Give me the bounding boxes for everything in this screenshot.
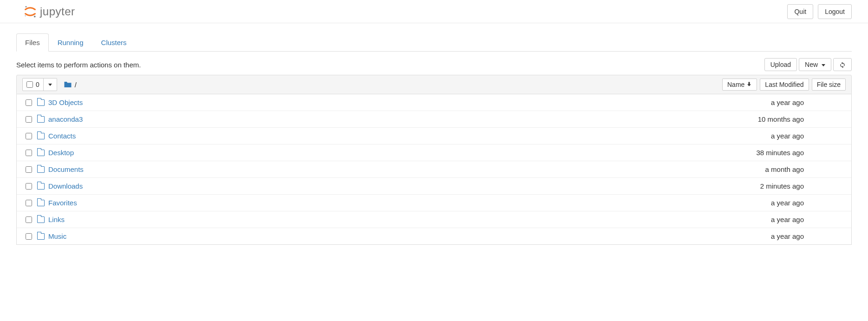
select-dropdown[interactable] xyxy=(43,79,57,91)
file-link[interactable]: Contacts xyxy=(48,132,76,140)
file-modified: a year ago xyxy=(725,232,804,240)
file-link[interactable]: Documents xyxy=(48,165,84,173)
file-link[interactable]: Favorites xyxy=(48,199,77,207)
tabs: Files Running Clusters xyxy=(16,33,852,52)
folder-icon xyxy=(37,166,48,173)
file-link[interactable]: Downloads xyxy=(48,182,83,190)
folder-icon xyxy=(64,81,72,88)
caret-down-icon xyxy=(48,84,52,86)
file-row: Linksa year ago xyxy=(17,211,851,228)
tab-files[interactable]: Files xyxy=(16,33,49,52)
tab-running[interactable]: Running xyxy=(49,33,92,52)
logout-button[interactable]: Logout xyxy=(818,4,852,19)
name-col-label: Name xyxy=(727,81,744,88)
file-list: 3D Objectsa year agoanaconda310 months a… xyxy=(16,94,852,245)
sort-size-button[interactable]: File size xyxy=(812,79,846,91)
folder-icon xyxy=(37,133,48,139)
file-row: Desktop38 minutes ago xyxy=(17,144,851,161)
refresh-icon xyxy=(839,62,846,68)
file-row: anaconda310 months ago xyxy=(17,111,851,128)
upload-button[interactable]: Upload xyxy=(764,58,797,71)
file-modified: a month ago xyxy=(725,165,804,173)
arrow-down-icon xyxy=(746,81,752,88)
svg-point-2 xyxy=(25,15,26,16)
refresh-button[interactable] xyxy=(833,58,852,71)
select-all-checkbox[interactable] xyxy=(26,81,33,88)
folder-icon xyxy=(37,150,48,156)
new-button-label: New xyxy=(805,61,818,68)
toolbar: Select items to perform actions on them.… xyxy=(16,52,852,75)
row-checkbox[interactable] xyxy=(26,116,32,123)
file-link[interactable]: anaconda3 xyxy=(48,115,83,123)
file-row: Musica year ago xyxy=(17,228,851,244)
file-modified: a year ago xyxy=(725,216,804,223)
file-row: Favoritesa year ago xyxy=(17,195,851,211)
jupyter-logo-icon xyxy=(23,5,37,19)
file-row: Downloads2 minutes ago xyxy=(17,178,851,195)
sort-name-button[interactable]: Name xyxy=(722,79,757,91)
file-modified: a year ago xyxy=(725,98,804,106)
jupyter-logo-text: jupyter xyxy=(40,5,75,18)
folder-icon xyxy=(37,183,48,190)
toolbar-hint: Select items to perform actions on them. xyxy=(16,61,141,69)
breadcrumb-root: / xyxy=(75,81,77,89)
row-checkbox[interactable] xyxy=(26,166,32,173)
folder-icon xyxy=(37,200,48,206)
file-link[interactable]: 3D Objects xyxy=(48,98,83,106)
select-all-group: 0 xyxy=(22,78,57,91)
folder-icon xyxy=(37,233,48,240)
selected-count: 0 xyxy=(36,81,39,88)
svg-point-1 xyxy=(34,15,36,17)
row-checkbox[interactable] xyxy=(26,216,32,223)
row-checkbox[interactable] xyxy=(26,150,32,156)
file-modified: 38 minutes ago xyxy=(725,149,804,157)
header-buttons: Quit Logout xyxy=(787,4,852,19)
sort-modified-button[interactable]: Last Modified xyxy=(760,79,809,91)
folder-icon xyxy=(37,99,48,106)
file-row: Contactsa year ago xyxy=(17,128,851,144)
file-list-header: 0 / Name Last M xyxy=(16,75,852,94)
modified-col-label: Last Modified xyxy=(765,81,803,88)
row-checkbox[interactable] xyxy=(26,200,32,206)
row-checkbox[interactable] xyxy=(26,99,32,106)
svg-point-0 xyxy=(26,6,27,7)
app-header: jupyter Quit Logout xyxy=(0,0,868,23)
folder-icon xyxy=(37,116,48,123)
file-modified: 2 minutes ago xyxy=(725,182,804,190)
file-link[interactable]: Music xyxy=(48,232,66,240)
jupyter-logo[interactable]: jupyter xyxy=(23,5,75,19)
row-checkbox[interactable] xyxy=(26,233,32,240)
breadcrumb[interactable]: / xyxy=(64,81,77,89)
tab-clusters[interactable]: Clusters xyxy=(92,33,136,52)
file-row: 3D Objectsa year ago xyxy=(17,94,851,111)
folder-icon xyxy=(37,216,48,223)
file-modified: a year ago xyxy=(725,199,804,207)
size-col-label: File size xyxy=(817,81,841,88)
file-modified: 10 months ago xyxy=(725,115,804,123)
quit-button[interactable]: Quit xyxy=(787,4,813,19)
file-link[interactable]: Desktop xyxy=(48,149,74,157)
row-checkbox[interactable] xyxy=(26,133,32,139)
file-row: Documentsa month ago xyxy=(17,161,851,178)
new-button[interactable]: New xyxy=(799,58,831,71)
file-modified: a year ago xyxy=(725,132,804,140)
row-checkbox[interactable] xyxy=(26,183,32,190)
file-link[interactable]: Links xyxy=(48,216,65,223)
caret-down-icon xyxy=(822,64,825,66)
